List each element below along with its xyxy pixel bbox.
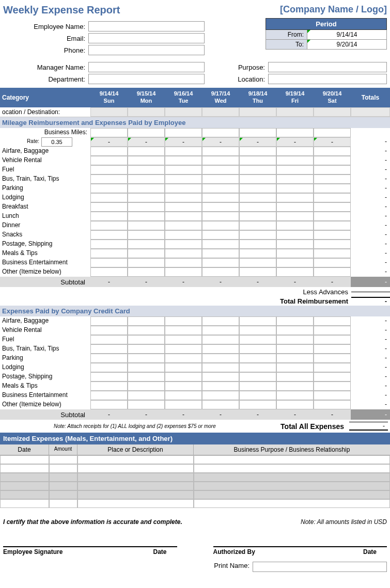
expense-cell[interactable] (239, 249, 276, 258)
expense-cell[interactable] (202, 382, 239, 391)
expense-cell[interactable] (239, 258, 276, 267)
expense-cell[interactable] (276, 354, 314, 363)
expense-cell[interactable] (314, 212, 351, 221)
expense-cell[interactable] (239, 267, 276, 277)
itemized-row[interactable] (0, 482, 390, 490)
loc-cell[interactable] (90, 107, 128, 117)
loc-cell[interactable] (165, 107, 202, 117)
expense-cell[interactable] (276, 165, 314, 174)
expense-cell[interactable] (90, 391, 128, 400)
expense-cell[interactable] (276, 240, 314, 249)
email-input[interactable] (88, 33, 205, 43)
itemized-row[interactable] (0, 473, 390, 482)
expense-cell[interactable] (202, 326, 239, 335)
expense-cell[interactable] (128, 267, 165, 277)
expense-cell[interactable] (239, 240, 276, 249)
expense-cell[interactable] (276, 316, 314, 326)
miles-cell[interactable] (202, 128, 239, 137)
expense-cell[interactable] (202, 156, 239, 165)
expense-cell[interactable] (165, 240, 202, 249)
expense-cell[interactable] (239, 391, 276, 400)
loc-cell[interactable] (276, 107, 314, 117)
expense-cell[interactable] (165, 221, 202, 230)
expense-cell[interactable] (90, 193, 128, 202)
phone-input[interactable] (88, 45, 205, 55)
expense-cell[interactable] (90, 382, 128, 391)
expense-cell[interactable] (239, 221, 276, 230)
expense-cell[interactable] (90, 165, 128, 174)
expense-cell[interactable] (276, 184, 314, 193)
expense-cell[interactable] (276, 391, 314, 400)
manager-name-input[interactable] (88, 62, 205, 72)
expense-cell[interactable] (276, 202, 314, 212)
expense-cell[interactable] (276, 147, 314, 156)
expense-cell[interactable] (202, 344, 239, 354)
expense-cell[interactable] (239, 230, 276, 240)
to-value[interactable]: 9/20/14 (307, 40, 386, 49)
expense-cell[interactable] (128, 212, 165, 221)
expense-cell[interactable] (314, 240, 351, 249)
expense-cell[interactable] (128, 344, 165, 354)
expense-cell[interactable] (314, 267, 351, 277)
expense-cell[interactable] (239, 184, 276, 193)
miles-cell[interactable] (276, 128, 314, 137)
expense-cell[interactable] (239, 316, 276, 326)
expense-cell[interactable] (128, 335, 165, 344)
expense-cell[interactable] (239, 156, 276, 165)
expense-cell[interactable] (90, 335, 128, 344)
expense-cell[interactable] (202, 249, 239, 258)
expense-cell[interactable] (314, 335, 351, 344)
expense-cell[interactable] (165, 372, 202, 382)
expense-cell[interactable] (90, 372, 128, 382)
print-name-input[interactable] (253, 562, 387, 572)
expense-cell[interactable] (90, 156, 128, 165)
expense-cell[interactable] (128, 221, 165, 230)
expense-cell[interactable] (276, 212, 314, 221)
expense-cell[interactable] (90, 267, 128, 277)
expense-cell[interactable] (276, 326, 314, 335)
expense-cell[interactable] (128, 391, 165, 400)
loc-cell[interactable] (314, 107, 351, 117)
expense-cell[interactable] (90, 147, 128, 156)
expense-cell[interactable] (202, 258, 239, 267)
expense-cell[interactable] (128, 184, 165, 193)
itemized-row[interactable] (0, 490, 390, 499)
expense-cell[interactable] (128, 193, 165, 202)
expense-cell[interactable] (239, 202, 276, 212)
expense-cell[interactable] (314, 400, 351, 409)
expense-cell[interactable] (314, 221, 351, 230)
expense-cell[interactable] (239, 363, 276, 372)
expense-cell[interactable] (165, 363, 202, 372)
expense-cell[interactable] (165, 335, 202, 344)
expense-cell[interactable] (202, 267, 239, 277)
expense-cell[interactable] (202, 391, 239, 400)
expense-cell[interactable] (165, 193, 202, 202)
expense-cell[interactable] (165, 382, 202, 391)
expense-cell[interactable] (239, 165, 276, 174)
expense-cell[interactable] (165, 316, 202, 326)
expense-cell[interactable] (165, 258, 202, 267)
expense-cell[interactable] (276, 258, 314, 267)
expense-cell[interactable] (239, 400, 276, 409)
expense-cell[interactable] (128, 258, 165, 267)
purpose-input[interactable] (268, 62, 387, 72)
itemized-row[interactable] (0, 464, 390, 473)
expense-cell[interactable] (165, 156, 202, 165)
from-value[interactable]: 9/14/14 (307, 30, 386, 39)
expense-cell[interactable] (202, 202, 239, 212)
expense-cell[interactable] (165, 400, 202, 409)
expense-cell[interactable] (314, 174, 351, 184)
expense-cell[interactable] (90, 221, 128, 230)
expense-cell[interactable] (128, 354, 165, 363)
expense-cell[interactable] (314, 147, 351, 156)
expense-cell[interactable] (276, 249, 314, 258)
expense-cell[interactable] (202, 372, 239, 382)
expense-cell[interactable] (202, 193, 239, 202)
expense-cell[interactable] (128, 372, 165, 382)
expense-cell[interactable] (239, 335, 276, 344)
expense-cell[interactable] (239, 147, 276, 156)
expense-cell[interactable] (128, 400, 165, 409)
expense-cell[interactable] (90, 258, 128, 267)
expense-cell[interactable] (314, 391, 351, 400)
expense-cell[interactable] (202, 184, 239, 193)
